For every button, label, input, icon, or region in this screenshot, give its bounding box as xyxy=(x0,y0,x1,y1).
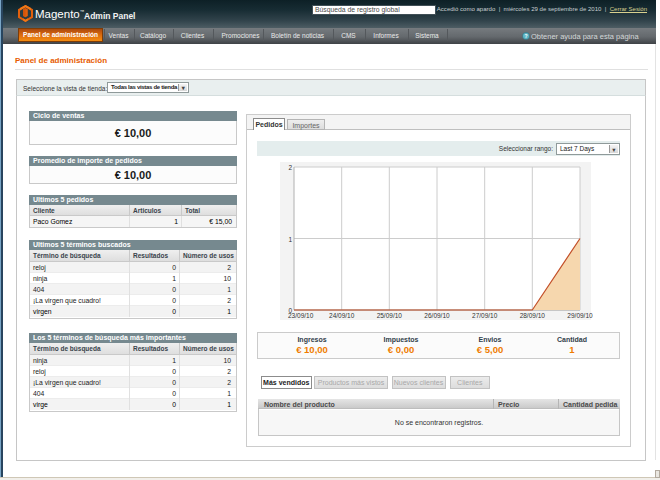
svg-text:1: 1 xyxy=(288,236,292,243)
svg-text:27/09/10: 27/09/10 xyxy=(472,312,498,319)
svg-text:29/09/10: 29/09/10 xyxy=(567,312,593,319)
svg-text:25/09/10: 25/09/10 xyxy=(377,312,403,319)
svg-text:28/09/10: 28/09/10 xyxy=(520,312,546,319)
svg-text:26/09/10: 26/09/10 xyxy=(424,312,450,319)
svg-text:?: ? xyxy=(524,32,527,38)
svg-text:24/09/10: 24/09/10 xyxy=(329,312,355,319)
svg-text:2: 2 xyxy=(288,164,292,171)
svg-text:23/09/10: 23/09/10 xyxy=(288,312,314,319)
